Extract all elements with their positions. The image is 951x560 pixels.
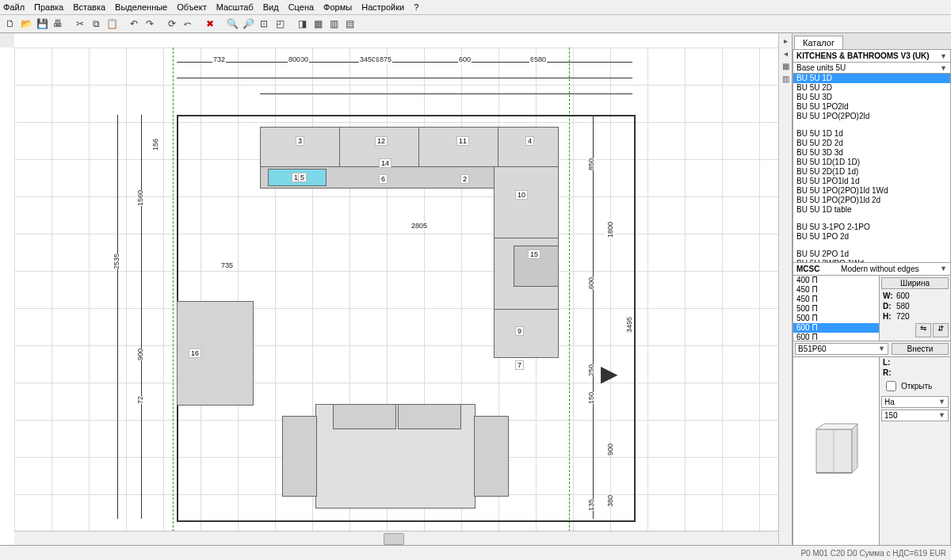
list-item[interactable]: BU 5U 2D(1D 1d) (793, 167, 950, 177)
chair-left[interactable] (282, 416, 317, 497)
chair-right[interactable] (474, 416, 509, 497)
open-icon[interactable]: 📂 (19, 17, 33, 31)
depth-value: 580 (896, 302, 910, 310)
style-code: MCSC (796, 265, 819, 273)
item-list[interactable]: BU 5U 1DBU 5U 2DBU 5U 3DBU 5U 1PO2ldBU 5… (792, 74, 951, 263)
list-item[interactable]: BU 5U 1PO(2PO)1ld 2d (793, 196, 950, 205)
cut-icon[interactable]: ✂ (73, 17, 87, 31)
save-icon[interactable]: 💾 (35, 17, 49, 31)
list-item[interactable]: BU 5U 1PO(2PO)1ld 1Wd (793, 186, 950, 196)
copy-icon[interactable]: ⧉ (89, 17, 103, 31)
catalog-panel: Каталог KITCHENS & BATHROOMS V3 (UK)▼ Ba… (792, 33, 951, 546)
list-item[interactable]: BU 5U 2D 2d (793, 139, 950, 148)
drawing-canvas[interactable]: 3450 732 600 900 600 600 800 875 600 580… (14, 48, 780, 531)
list-item[interactable]: BU 5U 1D (793, 74, 950, 83)
size-item[interactable]: 600 Π (793, 323, 879, 333)
category-select[interactable]: Base units 5U (796, 63, 846, 72)
dim-top-total (177, 62, 632, 63)
product-code[interactable]: B51P60 (798, 345, 827, 353)
tool-b[interactable]: ◂ (780, 49, 791, 60)
size-item[interactable]: 600 Π (793, 333, 879, 341)
style-name[interactable]: Modern without edges (841, 265, 919, 273)
chair-top2[interactable] (398, 404, 461, 429)
print-icon[interactable]: 🖶 (51, 17, 65, 31)
open-direction[interactable]: Hа (884, 398, 895, 406)
menu-selected[interactable]: Выделенные (115, 2, 167, 12)
unit-10[interactable] (494, 166, 559, 239)
menu-settings[interactable]: Настройки (361, 2, 404, 12)
camera-icon[interactable]: ▶ (601, 360, 618, 387)
tab-catalog[interactable]: Каталог (794, 36, 843, 49)
view-front-icon[interactable]: ▥ (327, 17, 341, 31)
size-item[interactable]: 450 Π (793, 295, 879, 304)
list-item[interactable]: BU 5U 3D (793, 93, 950, 102)
new-icon[interactable]: 🗋 (3, 17, 17, 31)
view-3d-icon[interactable]: ◨ (295, 17, 309, 31)
apply-button[interactable]: Внести (892, 343, 949, 355)
list-item[interactable]: BU 5U 2WPO 1Wd (793, 259, 950, 263)
scrollbar-thumb[interactable] (384, 533, 404, 545)
workspace: 3450 732 600 900 600 600 800 875 600 580… (0, 33, 780, 546)
paste-icon[interactable]: 📋 (105, 17, 119, 31)
menu-file[interactable]: Файл (3, 2, 25, 12)
undo-icon[interactable]: ↶ (127, 17, 141, 31)
flip-v-icon[interactable]: ⇵ (933, 323, 949, 337)
list-item[interactable]: BU 5U 2D (793, 83, 950, 93)
menu-shapes[interactable]: Формы (323, 2, 352, 12)
scrollbar-horizontal[interactable] (14, 531, 780, 546)
menu-scale[interactable]: Масштаб (216, 2, 254, 12)
size-item[interactable]: 450 Π (793, 285, 879, 295)
rotate-icon[interactable]: ⤺ (181, 17, 195, 31)
list-item[interactable]: BU 5U 3D 3d (793, 148, 950, 158)
zoom-in-icon[interactable]: 🔍 (225, 17, 239, 31)
unit-9[interactable] (494, 309, 559, 358)
tool-c[interactable]: ▦ (780, 62, 791, 73)
menu-view[interactable]: Вид (263, 2, 279, 12)
view-side-icon[interactable]: ▤ (342, 17, 357, 31)
menu-scene[interactable]: Сцена (288, 2, 314, 12)
size-item[interactable]: 500 Π (793, 314, 879, 323)
chair-top1[interactable] (333, 404, 396, 429)
list-item[interactable]: BU 5U 1D(1D 1D) (793, 158, 950, 167)
zoom-window-icon[interactable]: ◰ (273, 17, 287, 31)
open-checkbox[interactable] (886, 381, 896, 391)
size-list[interactable]: 400 Π450 Π450 Π500 Π500 Π600 Π600 Π (793, 276, 880, 341)
chevron-down-icon[interactable]: ▼ (940, 52, 947, 60)
list-item[interactable]: BU 5U 1PO(2PO)2ld (793, 112, 950, 121)
zoom-fit-icon[interactable]: ⊡ (257, 17, 271, 31)
delete-icon[interactable]: ✖ (203, 17, 217, 31)
height-value: 720 (896, 312, 910, 321)
menu-object[interactable]: Объект (177, 2, 206, 12)
size-item[interactable]: 400 Π (793, 276, 879, 285)
list-item[interactable]: BU 5U 1PO1ld 1d (793, 177, 950, 186)
chevron-down-icon[interactable]: ▼ (940, 265, 947, 272)
unit-4[interactable] (498, 127, 559, 168)
list-item[interactable]: BU 5U 2PO 1d (793, 250, 950, 259)
chevron-down-icon[interactable]: ▼ (940, 64, 947, 72)
tool-a[interactable]: ▸ (780, 36, 791, 48)
list-item[interactable]: BU 5U 1PO2ld (793, 102, 950, 112)
ruler-vertical (0, 48, 15, 531)
flip-h-icon[interactable]: ⇋ (915, 323, 931, 337)
list-item[interactable]: BU 5U 1D table (793, 205, 950, 215)
status-bar: P0 M01 C20 D0 Сумма с НДС=619 EUR (0, 545, 951, 560)
unit-3[interactable] (260, 127, 341, 168)
catalog-name-label: KITCHENS & BATHROOMS V3 (UK) (796, 51, 930, 60)
floor-plan: 3450 732 600 900 600 600 800 875 600 580… (101, 55, 672, 531)
width-button[interactable]: Ширина (881, 277, 949, 289)
list-item[interactable]: BU 5U 1PO 2d (793, 232, 950, 242)
list-item[interactable]: BU 5U 1D 1d (793, 129, 950, 139)
open-value[interactable]: 150 (884, 411, 898, 420)
menu-edit[interactable]: Правка (34, 2, 63, 12)
menu-insert[interactable]: Вставка (73, 2, 105, 12)
menu-help[interactable]: ? (414, 2, 418, 12)
size-item[interactable]: 500 Π (793, 304, 879, 314)
redo-icon[interactable]: ↷ (143, 17, 157, 31)
refresh-icon[interactable]: ⟳ (165, 17, 179, 31)
list-item[interactable]: BU 5U 3-1PO 2-1PO (793, 223, 950, 232)
zoom-out-icon[interactable]: 🔎 (241, 17, 255, 31)
ruler-horizontal (14, 33, 780, 48)
tool-d[interactable]: ▥ (780, 74, 791, 86)
unit-11[interactable] (418, 127, 499, 168)
view-plan-icon[interactable]: ▦ (311, 17, 325, 31)
